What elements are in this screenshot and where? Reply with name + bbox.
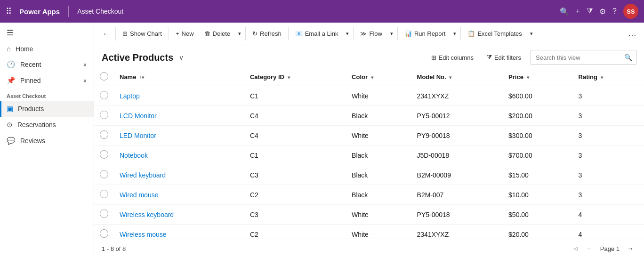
sidebar-item-pinned[interactable]: 📌 Pinned ∨ xyxy=(0,73,94,89)
sidebar-recent-label: Recent xyxy=(20,61,41,68)
row-name-1[interactable]: LCD Monitor xyxy=(114,106,244,126)
more-options-button[interactable]: … xyxy=(624,26,640,41)
select-all-header[interactable] xyxy=(94,68,114,86)
edit-filters-icon: ⧩ xyxy=(487,54,492,61)
prev-page-button[interactable]: ← xyxy=(583,243,596,254)
col-header-color[interactable]: Color ▾ xyxy=(346,68,411,86)
col-header-rating[interactable]: Rating ▾ xyxy=(573,68,644,86)
row-name-2[interactable]: LED Monitor xyxy=(114,126,244,145)
row-rating-7: 4 xyxy=(573,225,644,239)
sidebar: ☰ ⌂ Home 🕐 Recent ∨ 📌 Pinned ∨ Asset Che… xyxy=(0,23,94,258)
filter-icon[interactable]: ⧩ xyxy=(587,7,593,16)
row-price-6: $50.00 xyxy=(503,205,572,225)
row-name-7[interactable]: Wireless mouse xyxy=(114,225,244,239)
sidebar-item-products[interactable]: ▣ Products xyxy=(0,101,94,117)
table-row: LED Monitor C4 White PY9-00018 $300.00 3 xyxy=(94,126,644,145)
col-header-model-no[interactable]: Model No. ▾ xyxy=(411,68,503,86)
settings-icon[interactable]: ⚙ xyxy=(599,7,606,16)
app-name-label: Asset Checkout xyxy=(77,8,123,15)
sidebar-item-home[interactable]: ⌂ Home xyxy=(0,41,94,56)
flow-icon: ≫ xyxy=(360,30,367,37)
row-color-0: White xyxy=(346,86,411,106)
products-table: Name ↑▾ Category ID ▾ Color ▾ Model No xyxy=(94,68,644,239)
layout: ☰ ⌂ Home 🕐 Recent ∨ 📌 Pinned ∨ Asset Che… xyxy=(0,23,644,258)
table-container: Name ↑▾ Category ID ▾ Color ▾ Model No xyxy=(94,68,644,239)
show-chart-button[interactable]: ⊞ Show Chart xyxy=(118,27,167,40)
delete-button[interactable]: 🗑 Delete xyxy=(200,27,235,40)
row-name-4[interactable]: Wired keyboard xyxy=(114,165,244,185)
row-name-0[interactable]: Laptop xyxy=(114,86,244,106)
nav-separator xyxy=(68,6,69,17)
row-name-5[interactable]: Wired mouse xyxy=(114,185,244,205)
sidebar-reservations-label: Reservations xyxy=(17,121,56,129)
sidebar-item-recent[interactable]: 🕐 Recent ∨ xyxy=(0,56,94,73)
sidebar-pinned-label: Pinned xyxy=(20,77,41,84)
row-checkbox-5[interactable] xyxy=(94,185,114,205)
view-title-chevron[interactable]: ∨ xyxy=(179,54,184,61)
row-category-1: C4 xyxy=(244,106,346,126)
email-link-button[interactable]: 📧 Email a Link xyxy=(290,27,343,40)
col-header-name[interactable]: Name ↑▾ xyxy=(114,68,244,86)
add-icon[interactable]: + xyxy=(576,7,580,16)
row-checkbox-3[interactable] xyxy=(94,145,114,165)
table-row: Wired mouse C2 Black B2M-007 $10.00 3 xyxy=(94,185,644,205)
table-header-row: Name ↑▾ Category ID ▾ Color ▾ Model No xyxy=(94,68,644,86)
edit-filters-button[interactable]: ⧩ Edit filters xyxy=(483,52,525,63)
help-icon[interactable]: ? xyxy=(612,7,617,16)
first-page-button[interactable]: ⊲ xyxy=(570,243,581,254)
color-sort-icon: ▾ xyxy=(371,75,373,80)
row-checkbox-7[interactable] xyxy=(94,225,114,239)
row-model-3: J5D-00018 xyxy=(411,145,503,165)
cmd-sep-3 xyxy=(245,27,246,40)
row-checkbox-1[interactable] xyxy=(94,106,114,126)
sidebar-item-reservations[interactable]: ⊙ Reservations xyxy=(0,117,94,133)
user-avatar[interactable]: SS xyxy=(623,4,638,19)
search-input[interactable] xyxy=(531,54,620,61)
search-submit-icon[interactable]: 🔍 xyxy=(620,54,636,61)
sidebar-home-label: Home xyxy=(16,45,33,53)
row-color-7: White xyxy=(346,225,411,239)
page-number: Page 1 xyxy=(597,245,622,252)
price-sort-icon: ▾ xyxy=(527,75,529,80)
run-report-button[interactable]: 📊 Run Report xyxy=(400,27,450,40)
rating-sort-icon: ▾ xyxy=(601,75,603,80)
next-page-button[interactable]: → xyxy=(624,243,636,254)
col-header-category-id[interactable]: Category ID ▾ xyxy=(244,68,346,86)
row-rating-3: 3 xyxy=(573,145,644,165)
row-rating-1: 3 xyxy=(573,106,644,126)
view-header-right: ⊞ Edit columns ⧩ Edit filters 🔍 xyxy=(427,50,637,65)
email-more-button[interactable]: ▾ xyxy=(344,28,351,40)
sidebar-products-label: Products xyxy=(18,105,44,113)
delete-more-button[interactable]: ▾ xyxy=(236,28,243,40)
row-category-3: C1 xyxy=(244,145,346,165)
refresh-button[interactable]: ↻ Refresh xyxy=(248,27,286,40)
new-button[interactable]: + New xyxy=(171,27,199,40)
row-checkbox-4[interactable] xyxy=(94,165,114,185)
flow-button[interactable]: ≫ Flow xyxy=(355,27,386,40)
sidebar-toggle[interactable]: ☰ xyxy=(0,24,94,41)
row-name-3[interactable]: Notebook xyxy=(114,145,244,165)
row-price-1: $200.00 xyxy=(503,106,572,126)
row-checkbox-2[interactable] xyxy=(94,126,114,145)
col-header-price[interactable]: Price ▾ xyxy=(503,68,572,86)
excel-more-button[interactable]: ▾ xyxy=(528,28,535,40)
row-checkbox-6[interactable] xyxy=(94,205,114,225)
waffle-icon[interactable]: ⠿ xyxy=(6,6,12,16)
back-icon: ← xyxy=(103,30,109,37)
pagination: ⊲ ← Page 1 → xyxy=(570,243,636,254)
edit-columns-button[interactable]: ⊞ Edit columns xyxy=(427,52,477,63)
flow-more-button[interactable]: ▾ xyxy=(388,28,395,40)
row-category-2: C4 xyxy=(244,126,346,145)
row-color-1: Black xyxy=(346,106,411,126)
email-icon: 📧 xyxy=(295,30,303,37)
sidebar-item-reviews[interactable]: 💬 Reviews xyxy=(0,133,94,149)
row-checkbox-0[interactable] xyxy=(94,86,114,106)
row-color-3: Black xyxy=(346,145,411,165)
row-name-6[interactable]: Wireless keyboard xyxy=(114,205,244,225)
select-all-circle[interactable] xyxy=(100,72,108,81)
cmd-sep-4 xyxy=(288,27,289,40)
search-icon[interactable]: 🔍 xyxy=(560,7,569,16)
back-button[interactable]: ← xyxy=(98,27,113,40)
report-more-button[interactable]: ▾ xyxy=(451,28,459,40)
excel-templates-button[interactable]: 📋 Excel Templates xyxy=(463,27,526,40)
